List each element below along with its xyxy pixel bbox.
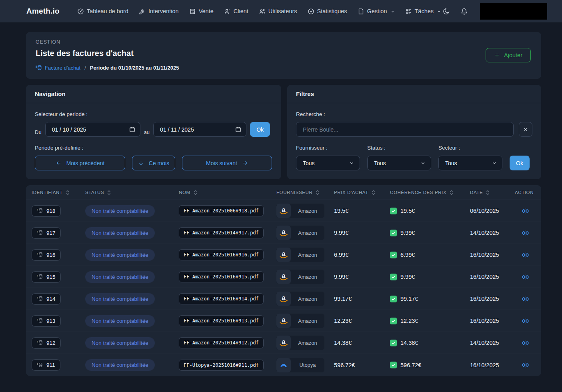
cell-date: 16/10/2025 [470, 296, 515, 302]
cell-fournisseur: a Amazon [276, 270, 334, 284]
chevron-down-icon [420, 160, 426, 166]
add-invoice-button[interactable]: Ajouter [486, 48, 531, 62]
supplier-name: Amazon [291, 336, 324, 350]
moon-icon[interactable] [442, 8, 450, 15]
cell-action [515, 207, 536, 215]
wrench-icon [139, 8, 146, 15]
nav-item-tableau-de-bord[interactable]: Tableau de bord [77, 8, 128, 15]
cell-prix-achat: 99.17€ [334, 296, 390, 302]
period-ok-button[interactable]: Ok [250, 122, 270, 137]
column-header-date[interactable]: DATE [470, 190, 515, 195]
coherence-price: 14.38€ [400, 340, 418, 346]
status-badge: Non traité comptabilitée [85, 315, 155, 327]
cell-status: Non traité comptabilitée [85, 337, 179, 349]
cell-identifiant: $ 913 [32, 315, 85, 327]
status-filter-select[interactable]: Tous [367, 156, 431, 170]
brand-logo[interactable]: Ameth.io [26, 7, 60, 16]
view-invoice-button[interactable] [522, 251, 529, 259]
cell-status: Non traité comptabilitée [85, 315, 179, 327]
cell-date: 16/10/2025 [470, 252, 515, 258]
status-filter-value: Tous [374, 160, 386, 166]
view-invoice-button[interactable] [522, 229, 529, 237]
coherence-price: 6.99€ [400, 252, 415, 258]
column-header-prix-achat[interactable]: PRIX D'ACHAT [334, 190, 390, 195]
filters-ok-button[interactable]: Ok [510, 156, 530, 170]
nav-item-utilisateurs[interactable]: Utilisateurs [259, 8, 297, 15]
column-header-nom[interactable]: NOM [179, 190, 276, 195]
date-to-input[interactable]: 01 / 11 / 2025 [153, 122, 246, 137]
status-badge: Non traité comptabilitée [85, 271, 155, 283]
nav-item-intervention[interactable]: Intervention [139, 8, 179, 15]
cell-coherence: 99.17€ [390, 296, 470, 302]
eye-icon [522, 207, 529, 215]
cell-coherence: 9.99€ [390, 230, 470, 236]
nav-item-label: Vente [199, 8, 214, 14]
nav-item-taches[interactable]: Tâches [405, 8, 442, 15]
table-row: $ 914 Non traité comptabilitée FF-Amazon… [26, 288, 541, 310]
cell-coherence: 12.23€ [390, 318, 470, 324]
section-overline: GESTION [36, 39, 179, 45]
nav-item-statistiques[interactable]: Statistiques [308, 8, 347, 15]
breadcrumb-separator: / [84, 65, 86, 71]
cell-date: 06/10/2025 [470, 208, 515, 214]
cell-coherence: 14.38€ [390, 340, 470, 346]
cell-coherence: 6.99€ [390, 252, 470, 258]
view-invoice-button[interactable] [522, 361, 529, 369]
nav-item-vente[interactable]: Vente [189, 8, 214, 15]
breadcrumb-link[interactable]: $ Facture d'achat [36, 65, 80, 71]
cell-identifiant: $ 916 [32, 249, 85, 261]
column-header-fournisseur[interactable]: FOURNISSEUR [276, 190, 334, 195]
cell-nom: FF-Amazon-20251006#918.pdf [179, 205, 276, 216]
supplier-name: Amazon [291, 226, 324, 240]
view-invoice-button[interactable] [522, 273, 529, 281]
view-invoice-button[interactable] [522, 207, 529, 215]
view-invoice-button[interactable] [522, 339, 529, 347]
cell-prix-achat: 6.99€ [334, 252, 390, 258]
nav-item-client[interactable]: Client [224, 8, 248, 15]
amazon-logo-icon: a [276, 336, 291, 350]
check-icon [390, 230, 397, 236]
supplier-name: Amazon [291, 270, 324, 284]
chevron-down-icon [390, 9, 395, 14]
column-header-identifiant[interactable]: IDENTIFIANT [32, 190, 85, 195]
invoice-id: 916 [46, 252, 56, 258]
store-icon [189, 8, 196, 15]
cell-date: 16/10/2025 [470, 362, 515, 368]
cash-stack-icon: $ [37, 296, 43, 302]
supplier-name: Amazon [291, 248, 324, 262]
nav-item-gestion[interactable]: Gestion [358, 8, 395, 15]
invoice-file-name: FF-Amazon-20251016#914.pdf [179, 293, 264, 304]
search-input[interactable] [296, 122, 514, 137]
bell-icon[interactable] [460, 8, 468, 15]
plus-icon [494, 52, 500, 58]
eye-icon [522, 361, 529, 369]
sort-icon [371, 190, 376, 195]
page-header-card: GESTION Liste des factures d'achat $ Fac… [26, 32, 541, 79]
view-invoice-button[interactable] [522, 317, 529, 325]
date-from-input[interactable]: 01 / 10 / 2025 [45, 122, 140, 137]
cell-status: Non traité comptabilitée [85, 293, 179, 305]
eye-icon [522, 273, 529, 281]
status-filter-label: Status : [367, 145, 431, 151]
previous-month-button[interactable]: Mois précédent [35, 156, 125, 170]
view-invoice-button[interactable] [522, 295, 529, 303]
cell-nom: FF-Amazon-20251016#913.pdf [179, 315, 276, 326]
cell-prix-achat: 9.99€ [334, 274, 390, 280]
sort-icon [486, 190, 490, 195]
clear-search-button[interactable] [519, 122, 532, 137]
invoice-id-badge: $ 918 [32, 205, 61, 217]
nav-menu: Tableau de bord Intervention Vente Clien… [77, 8, 441, 15]
invoice-id-badge: $ 913 [32, 315, 61, 327]
nav-item-label: Utilisateurs [268, 8, 297, 14]
supplier-filter-select[interactable]: Tous [296, 156, 360, 170]
column-header-status[interactable]: STATUS [85, 190, 179, 195]
sector-filter-select[interactable]: Tous [438, 156, 502, 170]
cash-stack-icon: $ [37, 208, 43, 214]
supplier-badge: a Amazon [276, 248, 324, 262]
cell-identifiant: $ 912 [32, 337, 85, 349]
next-month-button[interactable]: Mois suivant [182, 156, 272, 170]
column-header-coherence[interactable]: COHÉRENCE DES PRIX [390, 190, 470, 195]
coherence-price: 12.23€ [400, 318, 418, 324]
cell-date: 16/10/2025 [470, 274, 515, 280]
current-month-button[interactable]: Ce mois [132, 156, 175, 170]
